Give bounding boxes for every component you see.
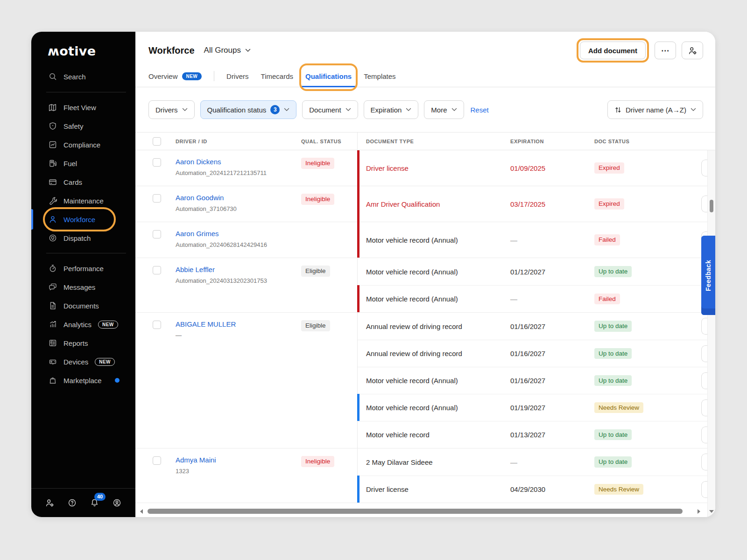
filter-drivers[interactable]: Drivers: [148, 100, 195, 119]
sidebar-item-safety[interactable]: Safety: [31, 117, 135, 135]
row-action-button[interactable]: [701, 427, 708, 443]
sidebar-item-compliance[interactable]: Compliance: [31, 135, 135, 154]
filter-expiration[interactable]: Expiration: [364, 100, 419, 119]
document-type: Annual review of driving record: [366, 350, 510, 357]
doc-row: Driver license01/09/2025Expired: [358, 150, 715, 186]
driver-link[interactable]: ABIGALE MULLER: [176, 320, 236, 328]
row-checkbox[interactable]: [153, 456, 161, 465]
row-action-button[interactable]: [701, 399, 708, 416]
marketplace-icon: [48, 376, 57, 385]
tab-drivers[interactable]: Drivers: [226, 65, 249, 87]
sidebar-item-documents[interactable]: Documents: [31, 296, 135, 315]
row-checkbox[interactable]: [153, 321, 161, 329]
doc-status-cell: Up to date: [594, 348, 715, 359]
row-action-button[interactable]: [701, 481, 708, 498]
user-settings-button[interactable]: [682, 42, 703, 59]
devices-icon: [48, 357, 57, 366]
row-checkbox[interactable]: [153, 266, 161, 274]
tab-templates[interactable]: Templates: [364, 65, 395, 87]
row-checkbox[interactable]: [153, 230, 161, 238]
sort-button[interactable]: Driver name (A→Z): [607, 100, 703, 119]
tab-label: Qualifications: [305, 72, 352, 80]
driver-group: ABIGALE MULLER—EligibleAnnual review of …: [135, 313, 715, 448]
sidebar-item-maintenance[interactable]: Maintenance: [31, 191, 135, 210]
driver-info: Aaron DickensAutomation_2024121721213571…: [176, 158, 301, 176]
sidebar-item-messages[interactable]: Messages: [31, 278, 135, 296]
row-checkbox[interactable]: [153, 194, 161, 203]
sidebar-item-fuel[interactable]: Fuel: [31, 154, 135, 173]
sidebar-item-dispatch[interactable]: Dispatch: [31, 229, 135, 247]
driver-link[interactable]: Abbie Leffler: [176, 266, 215, 273]
add-document-button[interactable]: Add document: [580, 42, 646, 59]
sidebar-item-marketplace[interactable]: Marketplace: [31, 371, 135, 390]
sidebar: ʍotive Search Fleet ViewSafetyCompliance…: [31, 32, 135, 517]
vertical-scrollbar[interactable]: [707, 150, 715, 517]
row-action-button[interactable]: [701, 196, 708, 212]
qual-status-badge: Eligible: [301, 266, 330, 277]
horizontal-scrollbar-thumb[interactable]: [148, 509, 683, 514]
scroll-right-arrow-icon[interactable]: [698, 509, 700, 514]
group-selector[interactable]: All Groups: [204, 46, 251, 55]
sidebar-item-fleet-view[interactable]: Fleet View: [31, 98, 135, 117]
dispatch-icon: [48, 234, 57, 242]
driver-link[interactable]: Admya Maini: [176, 456, 216, 464]
tab-qualifications[interactable]: Qualifications: [305, 65, 352, 87]
analytics-icon: [48, 320, 57, 329]
vertical-scrollbar-thumb[interactable]: [710, 200, 713, 212]
more-actions-button[interactable]: ⋯: [655, 42, 676, 59]
notification-count-badge: 40: [94, 493, 106, 501]
tab-overview[interactable]: OverviewNEW: [148, 65, 202, 87]
driver-link[interactable]: Aaron Goodwin: [176, 194, 224, 202]
sidebar-item-performance[interactable]: Performance: [31, 259, 135, 278]
sidebar-item-label: Compliance: [63, 141, 100, 149]
sidebar-item-devices[interactable]: DevicesNEW: [31, 352, 135, 371]
reports-icon: [48, 339, 57, 347]
doc-status-badge: Needs Review: [594, 484, 643, 495]
notifications-bell[interactable]: 40: [90, 498, 99, 507]
filter-more[interactable]: More: [424, 100, 464, 119]
horizontal-scrollbar[interactable]: [140, 508, 701, 514]
select-all-checkbox[interactable]: [153, 137, 161, 146]
doc-status-cell: Needs Review: [594, 484, 715, 495]
filter-document[interactable]: Document: [302, 100, 358, 119]
sidebar-item-reports[interactable]: Reports: [31, 334, 135, 352]
document-type: Motor vehicle record (Annual): [366, 404, 510, 412]
performance-icon: [48, 264, 57, 273]
motive-logo: ʍotive: [31, 32, 135, 60]
feedback-tab[interactable]: Feedback: [701, 236, 715, 315]
row-action-button[interactable]: [701, 345, 708, 362]
chevron-down-icon: [451, 108, 457, 112]
doc-rows: Driver license01/09/2025Expired: [357, 150, 715, 186]
search-icon: [48, 72, 57, 81]
user-gear-icon[interactable]: [45, 498, 54, 507]
scroll-down-arrow-icon[interactable]: [709, 510, 714, 513]
tab-timecards[interactable]: Timecards: [261, 65, 293, 87]
sidebar-item-label: Analytics: [63, 321, 92, 329]
driver-id: 1323: [176, 468, 296, 475]
reset-filters-link[interactable]: Reset: [471, 106, 489, 114]
sidebar-item-workforce[interactable]: Workforce: [31, 210, 135, 229]
driver-link[interactable]: Aaron Dickens: [176, 158, 221, 166]
row-action-button[interactable]: [701, 454, 708, 470]
row-action-button[interactable]: [701, 372, 708, 389]
qual-status-badge: Eligible: [301, 320, 330, 331]
wrench-icon: [48, 196, 57, 205]
document-icon: [48, 301, 57, 310]
account-icon[interactable]: [113, 498, 121, 507]
document-type: Motor vehicle record (Annual): [366, 377, 510, 385]
sidebar-search[interactable]: Search: [31, 67, 135, 86]
expiration-date: 04/29/2030: [510, 485, 594, 493]
row-action-button[interactable]: [701, 160, 708, 176]
map-icon: [48, 103, 57, 112]
scroll-left-arrow-icon[interactable]: [140, 509, 143, 514]
sidebar-item-analytics[interactable]: AnalyticsNEW: [31, 315, 135, 334]
filter-label: Qualification status: [207, 106, 267, 114]
filter-qualification-status[interactable]: Qualification status3: [200, 100, 297, 119]
messages-icon: [48, 283, 57, 291]
row-action-button[interactable]: [701, 318, 708, 335]
help-icon[interactable]: [68, 498, 77, 507]
qual-status-cell: Ineligible: [301, 194, 357, 205]
sidebar-item-cards[interactable]: Cards: [31, 173, 135, 191]
row-checkbox[interactable]: [153, 158, 161, 167]
driver-link[interactable]: Aaron Grimes: [176, 230, 219, 238]
